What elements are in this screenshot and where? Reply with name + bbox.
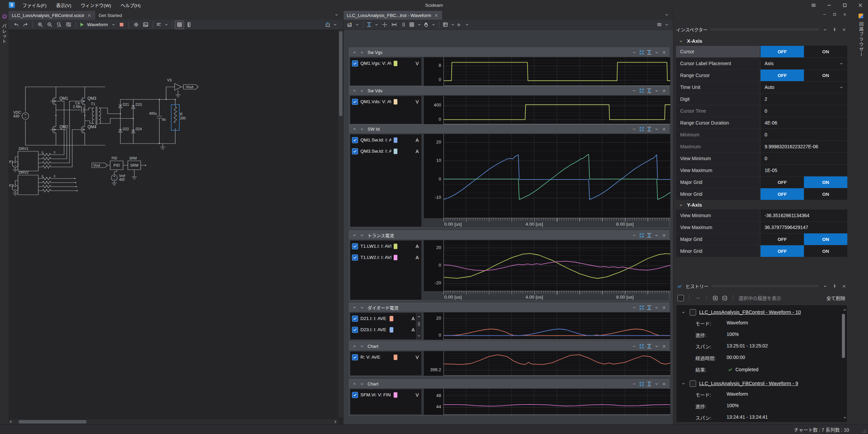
formula-button[interactable]: fx xyxy=(456,20,470,29)
panel-drag-handle[interactable] xyxy=(710,28,819,31)
pan-button[interactable] xyxy=(422,20,437,29)
stop-button[interactable] xyxy=(117,20,126,29)
property-select[interactable]: Auto xyxy=(761,81,847,93)
signal-checkbox[interactable] xyxy=(352,354,358,360)
group-options-chevron-icon[interactable] xyxy=(653,343,659,349)
inspector-chevron-icon[interactable] xyxy=(822,26,828,33)
property-value[interactable]: -36.35162861134364 xyxy=(761,210,847,221)
collapse-up-icon[interactable] xyxy=(351,381,357,387)
scroll-down-icon[interactable] xyxy=(841,414,847,421)
signal-checkbox[interactable] xyxy=(352,60,358,67)
waveform-plot[interactable] xyxy=(443,389,670,415)
group-close-icon[interactable] xyxy=(661,343,667,349)
palette-tab[interactable]: パレット xyxy=(1,24,7,44)
circuit-browser-icon[interactable] xyxy=(859,14,863,18)
scroll-up-icon[interactable] xyxy=(841,306,847,313)
group-minimize-icon[interactable] xyxy=(631,343,637,349)
simulation-settings-button[interactable] xyxy=(131,20,141,29)
collapse-up-icon[interactable] xyxy=(351,49,357,55)
signal-list-scrollbar[interactable] xyxy=(416,313,421,339)
group-header[interactable]: SW Id xyxy=(349,125,669,133)
toggle-off-button[interactable]: OFF xyxy=(761,176,804,188)
dock-minimize-icon[interactable] xyxy=(821,11,828,18)
signal-checkbox[interactable] xyxy=(352,316,358,322)
menu-item-0[interactable]: ファイル(F) xyxy=(18,0,51,10)
history-chevron-icon[interactable] xyxy=(822,283,828,289)
signal-color-swatch[interactable] xyxy=(394,61,397,66)
group-options-chevron-icon[interactable] xyxy=(653,126,659,132)
menu-item-3[interactable]: ヘルプ(H) xyxy=(116,0,145,10)
toggle-off-button[interactable]: OFF xyxy=(761,70,804,81)
group-close-icon[interactable] xyxy=(661,88,667,94)
group-close-icon[interactable] xyxy=(661,381,667,387)
waveform-plot[interactable] xyxy=(443,351,670,376)
window-minimize-button[interactable] xyxy=(821,0,837,10)
property-value[interactable]: 0 xyxy=(761,105,847,117)
tab-list-chevron-icon[interactable] xyxy=(663,11,670,18)
group-options-chevron-icon[interactable] xyxy=(653,232,659,238)
schematic-canvas[interactable]: VDC430QM1QM3QM2QM4C42.48nT1D21D23D22D244… xyxy=(8,30,343,424)
group-expand-icon[interactable] xyxy=(638,304,645,310)
group-expand-icon[interactable] xyxy=(638,343,645,349)
group-header[interactable]: トランス電流 xyxy=(349,231,669,240)
window-close-button[interactable] xyxy=(852,0,868,10)
group-expand-icon[interactable] xyxy=(638,232,645,238)
toggle-on-button[interactable]: ON xyxy=(804,245,847,257)
history-remove-icon[interactable] xyxy=(694,295,701,301)
signal-row[interactable]: T1.LW1.I: I: AVEA xyxy=(350,241,421,252)
group-minimize-icon[interactable] xyxy=(631,232,637,238)
signal-color-swatch[interactable] xyxy=(394,99,397,105)
collapse-up-icon[interactable] xyxy=(351,126,357,132)
signal-color-swatch[interactable] xyxy=(394,137,397,143)
signal-row[interactable]: QM1.Vgs: V: AVEV xyxy=(350,58,421,69)
align-button[interactable] xyxy=(155,20,170,29)
group-fit-vertical-icon[interactable] xyxy=(646,343,652,349)
expand-all-icon[interactable] xyxy=(712,295,718,301)
collapse-down-icon[interactable] xyxy=(359,88,365,94)
group-fit-vertical-icon[interactable] xyxy=(646,304,652,310)
chart-layout-button[interactable] xyxy=(442,20,456,29)
toggle-on-button[interactable]: ON xyxy=(804,188,847,200)
group-close-icon[interactable] xyxy=(661,126,667,132)
signal-color-swatch[interactable] xyxy=(394,149,397,154)
tab-close-icon[interactable] xyxy=(434,13,439,18)
group-fit-vertical-icon[interactable] xyxy=(646,381,652,387)
signal-color-swatch[interactable] xyxy=(390,327,393,333)
signal-row[interactable]: D23.I: I: AVEA xyxy=(350,324,421,335)
zoom-out-button[interactable] xyxy=(45,20,54,29)
zoom-100-button[interactable] xyxy=(54,20,64,29)
signal-color-swatch[interactable] xyxy=(394,244,397,249)
property-select[interactable]: Axis xyxy=(761,58,847,69)
scroll-right-arrow-icon[interactable] xyxy=(333,419,338,424)
group-expand-icon[interactable] xyxy=(638,381,645,387)
group-minimize-icon[interactable] xyxy=(631,126,637,132)
dock-float-icon[interactable] xyxy=(831,11,838,18)
tab-waveform[interactable]: LLC_LossAnalysis_FBC...trol - Waveform xyxy=(343,11,442,20)
collapse-down-icon[interactable] xyxy=(359,381,365,387)
circuit-browser-tab[interactable]: 回路ブラウザー xyxy=(858,22,864,57)
delete-all-button[interactable]: 全て削除 xyxy=(826,295,845,301)
canvas-vscrollbar[interactable] xyxy=(338,30,343,417)
group-close-icon[interactable] xyxy=(661,232,667,238)
inspector-pin-icon[interactable] xyxy=(831,26,838,33)
menu-item-2[interactable]: ウィンドウ(W) xyxy=(76,0,116,10)
entry-chevron-icon[interactable] xyxy=(680,309,687,316)
toggle-off-button[interactable]: OFF xyxy=(761,188,804,200)
property-value[interactable]: 0 xyxy=(761,153,847,164)
collapse-down-icon[interactable] xyxy=(359,126,365,132)
group-expand-icon[interactable] xyxy=(638,126,645,132)
group-minimize-icon[interactable] xyxy=(631,49,637,55)
undo-button[interactable] xyxy=(11,20,21,29)
add-chart-button[interactable] xyxy=(346,20,360,29)
property-value[interactable]: 9.999832016223227E-06 xyxy=(761,141,847,152)
signal-row[interactable]: QM3.Sw.Id: I: AVEA xyxy=(350,146,421,157)
group-close-icon[interactable] xyxy=(661,49,667,55)
signal-checkbox[interactable] xyxy=(352,99,358,105)
group-fit-vertical-icon[interactable] xyxy=(646,88,652,94)
canvas-hscrollbar[interactable] xyxy=(8,419,338,424)
collapse-up-icon[interactable] xyxy=(351,88,357,94)
collapse-up-icon[interactable] xyxy=(351,304,357,310)
signal-row[interactable]: T1.LW2.I: I: AVEA xyxy=(350,252,421,263)
signal-row[interactable]: D21.I: I: AVEA xyxy=(350,313,421,324)
group-header[interactable]: Chart xyxy=(349,379,669,388)
